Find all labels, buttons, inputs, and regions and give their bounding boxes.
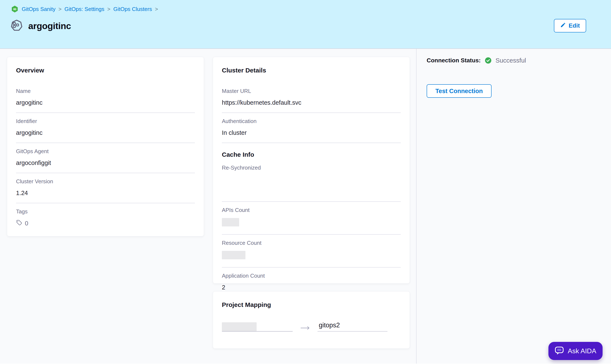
project-mapping-row: gitops2: [222, 322, 401, 332]
pencil-icon: [560, 22, 566, 29]
field-value: [222, 176, 401, 195]
connection-status-value: Successful: [495, 57, 526, 64]
field-value: 1.24: [16, 189, 195, 196]
field-label: Authentication: [222, 118, 401, 125]
field-master-url: Master URL https://kubernetes.default.sv…: [222, 83, 401, 113]
field-value: https://kubernetes.default.svc: [222, 99, 401, 106]
connection-panel: Connection Status: Successful Test Conne…: [427, 57, 604, 98]
field-value: argogitinc: [16, 99, 195, 106]
field-resynchronized: Re-Sychronized: [222, 159, 401, 202]
field-label: APIs Count: [222, 207, 401, 213]
redacted-value: [222, 218, 239, 226]
chat-bubble-icon: [555, 346, 564, 356]
title-row: argogitinc: [11, 19, 71, 33]
field-value: In cluster: [222, 129, 401, 136]
svg-text:∞: ∞: [13, 7, 17, 12]
field-value: argogitinc: [16, 129, 195, 136]
test-connection-button[interactable]: Test Connection: [427, 84, 492, 98]
breadcrumb-separator: >: [58, 6, 62, 12]
field-value: 2: [222, 284, 401, 291]
field-value: argoconfiggit: [16, 159, 195, 166]
ask-aida-button[interactable]: Ask AIDA: [548, 342, 603, 360]
success-check-icon: [485, 57, 492, 64]
field-apis-count: APIs Count: [222, 202, 401, 235]
mapping-target-field: gitops2: [317, 322, 388, 332]
field-resource-count: Resource Count: [222, 235, 401, 268]
connection-status-label: Connection Status:: [427, 57, 481, 64]
ask-aida-label: Ask AIDA: [568, 347, 596, 355]
tags-row: 0: [16, 220, 195, 227]
breadcrumb-link-gitops-settings[interactable]: GitOps: Settings: [65, 6, 104, 13]
mapping-source-field: [222, 322, 293, 332]
cache-info-heading: Cache Info: [222, 151, 401, 158]
breadcrumb-separator: >: [155, 6, 158, 12]
edit-button-label: Edit: [569, 22, 580, 29]
breadcrumb-link-gitops-sanity[interactable]: GitOps Sanity: [22, 6, 55, 13]
overview-card: Overview Name argogitinc Identifier argo…: [7, 57, 204, 236]
page-title: argogitinc: [28, 21, 71, 31]
field-identifier: Identifier argogitinc: [16, 113, 195, 143]
breadcrumb-separator: >: [107, 6, 111, 12]
cluster-details-heading: Cluster Details: [222, 67, 401, 74]
field-label: Resource Count: [222, 240, 401, 246]
field-tags: Tags 0: [16, 203, 195, 234]
field-label: Master URL: [222, 88, 401, 94]
content-area: Overview Name argogitinc Identifier argo…: [0, 49, 611, 364]
field-label: Re-Sychronized: [222, 165, 401, 171]
connection-status-row: Connection Status: Successful: [427, 57, 604, 64]
overview-heading: Overview: [16, 67, 195, 74]
breadcrumb-link-gitops-clusters[interactable]: GitOps Clusters: [113, 6, 152, 13]
breadcrumb: ∞ GitOps Sanity > GitOps: Settings > Git…: [11, 5, 158, 13]
field-label: Application Count: [222, 273, 401, 279]
field-gitops-agent: GitOps Agent argoconfiggit: [16, 143, 195, 173]
field-cluster-version: Cluster Version 1.24: [16, 173, 195, 203]
cluster-details-card: Cluster Details Master URL https://kuber…: [213, 57, 410, 284]
redacted-value: [222, 322, 257, 331]
field-label: Tags: [16, 208, 195, 215]
gitops-logo-icon: ∞: [11, 5, 18, 13]
field-label: Cluster Version: [16, 178, 195, 185]
arrow-right-icon: [300, 326, 310, 330]
edit-button[interactable]: Edit: [554, 19, 586, 32]
field-value: [222, 218, 401, 228]
vertical-divider: [416, 49, 416, 364]
gitops-cluster-detail-page: ∞ GitOps Sanity > GitOps: Settings > Git…: [0, 0, 611, 364]
test-connection-label: Test Connection: [435, 88, 483, 95]
tags-count: 0: [25, 220, 28, 227]
tag-icon: [16, 220, 22, 227]
field-label: Identifier: [16, 118, 195, 125]
field-label: Name: [16, 88, 195, 94]
field-label: GitOps Agent: [16, 148, 195, 155]
page-header: ∞ GitOps Sanity > GitOps: Settings > Git…: [0, 0, 611, 49]
field-value: [222, 251, 401, 261]
field-authentication: Authentication In cluster: [222, 113, 401, 143]
redacted-value: [222, 251, 246, 259]
project-mapping-heading: Project Mapping: [222, 301, 401, 308]
cluster-icon: [11, 19, 23, 33]
field-name: Name argogitinc: [16, 83, 195, 113]
project-mapping-card: Project Mapping gitops2: [213, 291, 410, 349]
